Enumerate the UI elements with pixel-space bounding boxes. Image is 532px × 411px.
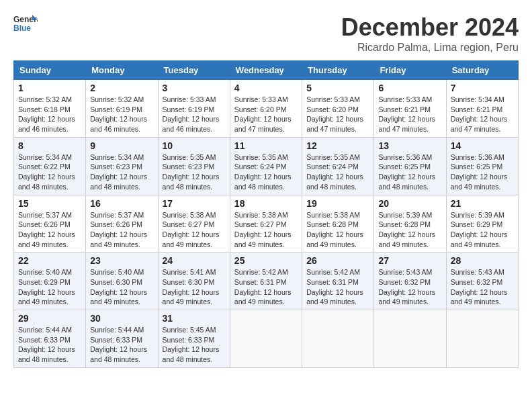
table-row: 9Sunrise: 5:34 AM Sunset: 6:23 PM Daylig… — [86, 137, 158, 195]
table-row: 20Sunrise: 5:39 AM Sunset: 6:28 PM Dayli… — [374, 195, 446, 253]
table-row — [302, 310, 374, 368]
calendar-table: SundayMondayTuesdayWednesdayThursdayFrid… — [13, 60, 519, 368]
calendar-header-thursday: Thursday — [302, 61, 374, 80]
table-row: 3Sunrise: 5:33 AM Sunset: 6:19 PM Daylig… — [158, 80, 230, 138]
table-row: 24Sunrise: 5:41 AM Sunset: 6:30 PM Dayli… — [158, 253, 230, 310]
table-row: 16Sunrise: 5:37 AM Sunset: 6:26 PM Dayli… — [86, 195, 158, 253]
calendar-week-0: 1Sunrise: 5:32 AM Sunset: 6:18 PM Daylig… — [14, 80, 519, 138]
calendar-header-wednesday: Wednesday — [230, 61, 302, 80]
logo-icon: General Blue — [13, 13, 38, 34]
table-row: 19Sunrise: 5:38 AM Sunset: 6:28 PM Dayli… — [302, 195, 374, 253]
table-row: 2Sunrise: 5:32 AM Sunset: 6:19 PM Daylig… — [86, 80, 158, 138]
calendar-week-3: 22Sunrise: 5:40 AM Sunset: 6:29 PM Dayli… — [14, 253, 519, 310]
table-row — [374, 310, 446, 368]
table-row: 14Sunrise: 5:36 AM Sunset: 6:25 PM Dayli… — [446, 137, 518, 195]
page-subtitle: Ricardo Palma, Lima region, Peru — [341, 42, 519, 54]
header: General Blue December 2024 Ricardo Palma… — [13, 13, 519, 54]
table-row: 6Sunrise: 5:33 AM Sunset: 6:21 PM Daylig… — [374, 80, 446, 138]
calendar-header-tuesday: Tuesday — [158, 61, 230, 80]
page-title: December 2024 — [341, 13, 519, 42]
table-row: 30Sunrise: 5:44 AM Sunset: 6:33 PM Dayli… — [86, 310, 158, 368]
table-row: 1Sunrise: 5:32 AM Sunset: 6:18 PM Daylig… — [14, 80, 86, 138]
calendar-week-1: 8Sunrise: 5:34 AM Sunset: 6:22 PM Daylig… — [14, 137, 519, 195]
table-row: 22Sunrise: 5:40 AM Sunset: 6:29 PM Dayli… — [14, 253, 86, 310]
title-area: December 2024 Ricardo Palma, Lima region… — [341, 13, 519, 54]
calendar-body: 1Sunrise: 5:32 AM Sunset: 6:18 PM Daylig… — [14, 80, 519, 368]
table-row: 13Sunrise: 5:36 AM Sunset: 6:25 PM Dayli… — [374, 137, 446, 195]
table-row: 25Sunrise: 5:42 AM Sunset: 6:31 PM Dayli… — [230, 253, 302, 310]
table-row: 8Sunrise: 5:34 AM Sunset: 6:22 PM Daylig… — [14, 137, 86, 195]
table-row: 12Sunrise: 5:35 AM Sunset: 6:24 PM Dayli… — [302, 137, 374, 195]
calendar-week-2: 15Sunrise: 5:37 AM Sunset: 6:26 PM Dayli… — [14, 195, 519, 253]
table-row: 28Sunrise: 5:43 AM Sunset: 6:32 PM Dayli… — [446, 253, 518, 310]
table-row: 27Sunrise: 5:43 AM Sunset: 6:32 PM Dayli… — [374, 253, 446, 310]
table-row: 21Sunrise: 5:39 AM Sunset: 6:29 PM Dayli… — [446, 195, 518, 253]
table-row: 31Sunrise: 5:45 AM Sunset: 6:33 PM Dayli… — [158, 310, 230, 368]
table-row: 15Sunrise: 5:37 AM Sunset: 6:26 PM Dayli… — [14, 195, 86, 253]
calendar-header-friday: Friday — [374, 61, 446, 80]
calendar-header-saturday: Saturday — [446, 61, 518, 80]
table-row: 4Sunrise: 5:33 AM Sunset: 6:20 PM Daylig… — [230, 80, 302, 138]
svg-text:Blue: Blue — [13, 24, 31, 33]
table-row — [446, 310, 518, 368]
table-row: 18Sunrise: 5:38 AM Sunset: 6:27 PM Dayli… — [230, 195, 302, 253]
table-row: 7Sunrise: 5:34 AM Sunset: 6:21 PM Daylig… — [446, 80, 518, 138]
table-row: 23Sunrise: 5:40 AM Sunset: 6:30 PM Dayli… — [86, 253, 158, 310]
logo: General Blue — [13, 13, 38, 34]
table-row — [230, 310, 302, 368]
calendar-header-row: SundayMondayTuesdayWednesdayThursdayFrid… — [14, 61, 519, 80]
calendar-header-monday: Monday — [86, 61, 158, 80]
calendar-week-4: 29Sunrise: 5:44 AM Sunset: 6:33 PM Dayli… — [14, 310, 519, 368]
table-row: 29Sunrise: 5:44 AM Sunset: 6:33 PM Dayli… — [14, 310, 86, 368]
table-row: 10Sunrise: 5:35 AM Sunset: 6:23 PM Dayli… — [158, 137, 230, 195]
table-row: 17Sunrise: 5:38 AM Sunset: 6:27 PM Dayli… — [158, 195, 230, 253]
table-row: 5Sunrise: 5:33 AM Sunset: 6:20 PM Daylig… — [302, 80, 374, 138]
table-row: 26Sunrise: 5:42 AM Sunset: 6:31 PM Dayli… — [302, 253, 374, 310]
calendar-header-sunday: Sunday — [14, 61, 86, 80]
table-row: 11Sunrise: 5:35 AM Sunset: 6:24 PM Dayli… — [230, 137, 302, 195]
